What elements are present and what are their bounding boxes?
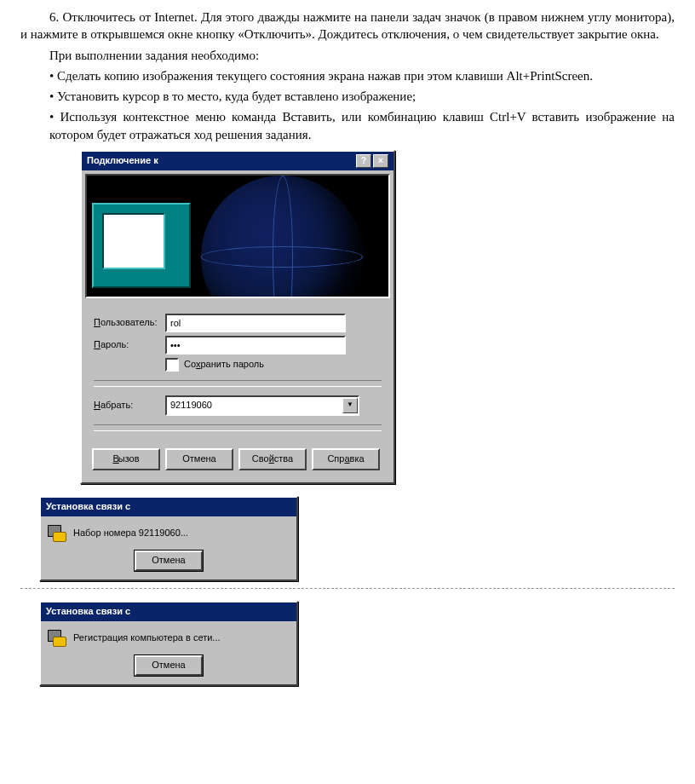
- dialog-connection: Подключение к ? × Пользователь: rol Паро…: [80, 150, 395, 484]
- combo-value: 92119060: [170, 399, 212, 412]
- combo-dial-number[interactable]: 92119060 ▼: [165, 395, 359, 416]
- btn-text: ызов: [118, 453, 140, 465]
- dialog-title: Подключение к: [87, 154, 158, 167]
- button-cancel[interactable]: Отмена: [135, 655, 203, 676]
- paragraph-instruction-header: При выполнении задания необходимо:: [20, 47, 675, 64]
- titlebar-connection[interactable]: Подключение к ? ×: [82, 152, 393, 170]
- button-cancel[interactable]: Отмена: [135, 551, 203, 571]
- help-icon[interactable]: ?: [356, 154, 371, 168]
- close-icon[interactable]: ×: [373, 154, 388, 168]
- dialog-registering: Установка связи с Регистрация компьютера…: [39, 601, 298, 686]
- label-save-password: Сохранить пароль: [184, 358, 264, 371]
- button-help[interactable]: Справка: [312, 448, 380, 470]
- chevron-down-icon[interactable]: ▼: [342, 398, 358, 413]
- connection-banner: [85, 174, 390, 298]
- monitor-icon: [92, 203, 191, 288]
- dialog-dialing: Установка связи с Набор номера 92119060.…: [39, 496, 298, 581]
- status-message: Набор номера 92119060...: [73, 527, 188, 539]
- input-password[interactable]: •••: [165, 336, 346, 355]
- titlebar-registering[interactable]: Установка связи с: [41, 602, 296, 621]
- checkbox-save-password[interactable]: [165, 358, 179, 372]
- label-dial: Набрать:: [94, 399, 165, 412]
- globe-icon: [201, 176, 363, 298]
- titlebar-dialing[interactable]: Установка связи с: [41, 498, 296, 516]
- status-message: Регистрация компьютера в сети...: [73, 631, 221, 644]
- paragraph-step6: 6. Отключитесь от Internet. Для этого дв…: [20, 9, 675, 43]
- button-call[interactable]: Вызов: [92, 448, 160, 470]
- divider: [20, 588, 675, 589]
- input-user[interactable]: rol: [165, 314, 346, 332]
- bullet-paste: Используя контекстное меню команда Встав…: [20, 108, 675, 143]
- bullet-copy-screenshot: Сделать копию изображения текущего состо…: [20, 67, 675, 84]
- dialog-title: Установка связи с: [46, 500, 130, 513]
- label-password: Пароль:: [94, 338, 165, 351]
- label-user: Пользователь:: [94, 316, 165, 329]
- bullet-set-cursor: Установить курсор в то место, куда будет…: [20, 88, 675, 105]
- dialog-title: Установка связи с: [46, 605, 130, 618]
- button-cancel[interactable]: Отмена: [165, 448, 233, 470]
- network-icon: [48, 525, 66, 542]
- button-properties[interactable]: Свойства: [238, 448, 307, 470]
- network-icon: [48, 630, 66, 647]
